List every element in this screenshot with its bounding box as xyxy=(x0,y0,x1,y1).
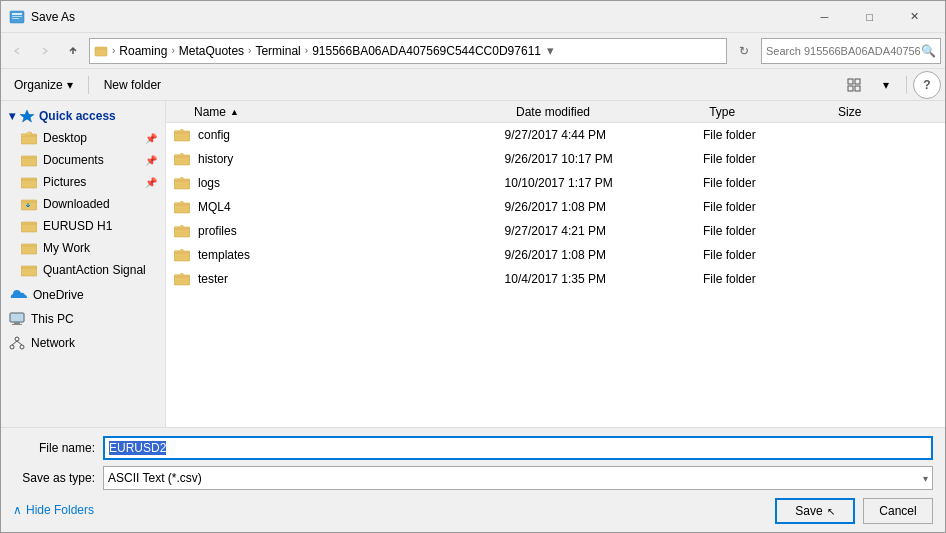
mywork-label: My Work xyxy=(43,241,90,255)
cancel-label: Cancel xyxy=(879,504,916,518)
maximize-button[interactable]: □ xyxy=(847,1,892,33)
button-row: Save ↖ Cancel xyxy=(775,498,933,524)
back-button[interactable] xyxy=(5,39,29,63)
pictures-label: Pictures xyxy=(43,175,86,189)
organize-button[interactable]: Organize ▾ xyxy=(5,73,82,97)
new-folder-button[interactable]: New folder xyxy=(95,73,170,97)
svg-rect-19 xyxy=(14,322,20,324)
svg-rect-4 xyxy=(95,47,107,56)
eurusd-folder-icon xyxy=(21,218,37,234)
savetype-dropdown[interactable]: ASCII Text (*.csv) ▾ xyxy=(103,466,933,490)
hide-folders-toggle[interactable]: ∧ Hide Folders xyxy=(13,503,94,517)
address-dropdown-button[interactable]: ▾ xyxy=(541,38,561,64)
table-row[interactable]: profiles 9/27/2017 4:21 PM File folder xyxy=(166,219,945,243)
folder-icon xyxy=(174,175,190,191)
table-row[interactable]: MQL4 9/26/2017 1:08 PM File folder xyxy=(166,195,945,219)
minimize-button[interactable]: ─ xyxy=(802,1,847,33)
organize-label: Organize xyxy=(14,78,63,92)
sidebar-item-downloaded[interactable]: Downloaded xyxy=(1,193,165,215)
svg-rect-15 xyxy=(21,244,37,254)
table-row[interactable]: templates 9/26/2017 1:08 PM File folder xyxy=(166,243,945,267)
breadcrumb-id: 915566BA06ADA407569C544CC0D97611 xyxy=(312,44,541,58)
folder-icon xyxy=(174,271,190,287)
sidebar-item-mywork[interactable]: My Work xyxy=(1,237,165,259)
network-icon xyxy=(9,336,25,350)
sidebar: ▾ Quick access Desktop 📌 xyxy=(1,101,166,427)
sidebar-item-onedrive[interactable]: OneDrive xyxy=(1,285,165,305)
svg-rect-29 xyxy=(174,203,190,213)
table-row[interactable]: logs 10/10/2017 1:17 PM File folder xyxy=(166,171,945,195)
onedrive-label: OneDrive xyxy=(33,288,84,302)
new-folder-label: New folder xyxy=(104,78,161,92)
table-row[interactable]: history 9/26/2017 10:17 PM File folder xyxy=(166,147,945,171)
sidebar-item-eurusd[interactable]: EURUSD H1 xyxy=(1,215,165,237)
up-button[interactable] xyxy=(61,39,85,63)
file-rows-container: config 9/27/2017 4:44 PM File folder his… xyxy=(166,123,945,291)
quick-access-chevron: ▾ xyxy=(9,109,15,123)
forward-button[interactable] xyxy=(33,39,57,63)
search-box[interactable]: 🔍 xyxy=(761,38,941,64)
sidebar-item-desktop[interactable]: Desktop 📌 xyxy=(1,127,165,149)
svg-rect-2 xyxy=(12,16,22,17)
folder-icon xyxy=(174,127,190,143)
desktop-folder-icon xyxy=(21,130,37,146)
sidebar-item-thispc[interactable]: This PC xyxy=(1,309,165,329)
col-date-header[interactable]: Date modified xyxy=(516,105,709,119)
sidebar-item-documents[interactable]: Documents 📌 xyxy=(1,149,165,171)
view-dropdown-button[interactable]: ▾ xyxy=(872,73,900,97)
file-date: 10/10/2017 1:17 PM xyxy=(505,176,703,190)
folder-icon xyxy=(174,247,190,263)
toolbar-separator xyxy=(88,76,89,94)
onedrive-icon xyxy=(9,288,27,302)
file-date: 9/26/2017 10:17 PM xyxy=(505,152,703,166)
quantaction-label: QuantAction Signal xyxy=(43,263,146,277)
sidebar-item-quantaction[interactable]: QuantAction Signal xyxy=(1,259,165,281)
svg-rect-5 xyxy=(848,79,853,84)
file-list: Name ▲ Date modified Type Size xyxy=(166,101,945,427)
col-name-header[interactable]: Name ▲ xyxy=(170,105,516,119)
documents-label: Documents xyxy=(43,153,104,167)
svg-rect-12 xyxy=(21,178,37,188)
quick-access-header[interactable]: ▾ Quick access xyxy=(1,105,165,127)
search-icon[interactable]: 🔍 xyxy=(921,44,936,58)
sidebar-item-network[interactable]: Network xyxy=(1,333,165,353)
table-row[interactable]: tester 10/4/2017 1:35 PM File folder xyxy=(166,267,945,291)
help-button[interactable]: ? xyxy=(913,71,941,99)
file-date: 10/4/2017 1:35 PM xyxy=(505,272,703,286)
search-input[interactable] xyxy=(766,45,921,57)
quick-access-star-icon xyxy=(19,109,35,123)
col-size-header[interactable]: Size xyxy=(838,105,941,119)
svg-line-25 xyxy=(17,341,22,345)
save-as-dialog: Save As ─ □ ✕ › Roaming › M xyxy=(0,0,946,533)
address-box[interactable]: › Roaming › MetaQuotes › Terminal › 9155… xyxy=(89,38,727,64)
onedrive-section: OneDrive xyxy=(1,285,165,305)
breadcrumb-start-icon xyxy=(94,44,108,58)
savetype-arrow: ▾ xyxy=(923,473,928,484)
refresh-button[interactable]: ↻ xyxy=(731,38,757,64)
titlebar: Save As ─ □ ✕ xyxy=(1,1,945,33)
hide-folders-label: Hide Folders xyxy=(26,503,94,517)
sidebar-item-pictures[interactable]: Pictures 📌 xyxy=(1,171,165,193)
filename-input[interactable] xyxy=(103,436,933,460)
save-button[interactable]: Save ↖ xyxy=(775,498,855,524)
col-type-header[interactable]: Type xyxy=(709,105,838,119)
svg-rect-30 xyxy=(174,227,190,237)
svg-point-21 xyxy=(15,337,19,341)
dialog-icon xyxy=(9,9,25,25)
svg-rect-26 xyxy=(174,131,190,141)
file-type: File folder xyxy=(703,200,835,214)
filename-row: File name: xyxy=(13,436,933,460)
organize-arrow: ▾ xyxy=(67,78,73,92)
thispc-label: This PC xyxy=(31,312,74,326)
desktop-pin-icon: 📌 xyxy=(145,133,157,144)
table-row[interactable]: config 9/27/2017 4:44 PM File folder xyxy=(166,123,945,147)
svg-line-24 xyxy=(12,341,17,345)
svg-point-22 xyxy=(10,345,14,349)
svg-rect-32 xyxy=(174,275,190,285)
svg-rect-28 xyxy=(174,179,190,189)
cancel-button[interactable]: Cancel xyxy=(863,498,933,524)
close-button[interactable]: ✕ xyxy=(892,1,937,33)
sort-arrow: ▲ xyxy=(230,107,239,117)
svg-rect-6 xyxy=(855,79,860,84)
view-button[interactable] xyxy=(840,73,868,97)
